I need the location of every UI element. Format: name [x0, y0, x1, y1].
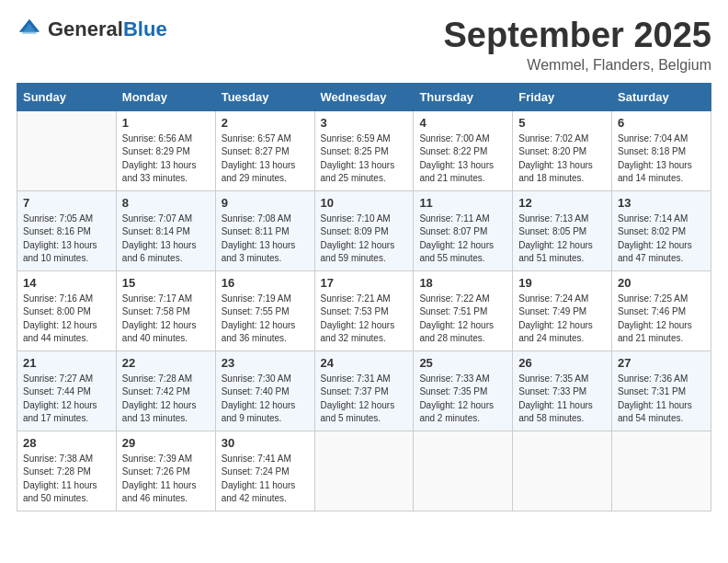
day-number: 14: [23, 276, 110, 290]
calendar-cell: 28Sunrise: 7:38 AMSunset: 7:28 PMDayligh…: [17, 431, 117, 511]
calendar-cell: 8Sunrise: 7:07 AMSunset: 8:14 PMDaylight…: [116, 190, 215, 270]
weekday-header: Friday: [513, 83, 612, 110]
day-info: Sunrise: 7:25 AMSunset: 7:46 PMDaylight:…: [618, 293, 705, 346]
day-info: Sunrise: 7:22 AMSunset: 7:51 PMDaylight:…: [419, 293, 506, 346]
day-info: Sunrise: 7:31 AMSunset: 7:37 PMDaylight:…: [321, 373, 408, 426]
day-info: Sunrise: 6:59 AMSunset: 8:25 PMDaylight:…: [321, 132, 408, 186]
logo-text-blue: Blue: [123, 19, 167, 40]
calendar-cell: 5Sunrise: 7:02 AMSunset: 8:20 PMDaylight…: [513, 110, 612, 190]
day-number: 17: [321, 276, 408, 290]
day-number: 16: [222, 276, 309, 290]
calendar-cell: 6Sunrise: 7:04 AMSunset: 8:18 PMDaylight…: [612, 110, 711, 190]
calendar-cell: 15Sunrise: 7:17 AMSunset: 7:58 PMDayligh…: [116, 270, 215, 350]
weekday-header: Monday: [116, 83, 215, 110]
calendar-cell: 17Sunrise: 7:21 AMSunset: 7:53 PMDayligh…: [314, 270, 414, 350]
day-info: Sunrise: 6:57 AMSunset: 8:27 PMDaylight:…: [222, 132, 309, 186]
day-number: 25: [419, 356, 506, 370]
day-info: Sunrise: 7:21 AMSunset: 7:53 PMDaylight:…: [321, 293, 408, 346]
page-header: GeneralBlue September 2025 Wemmel, Fland…: [17, 17, 711, 74]
day-info: Sunrise: 7:38 AMSunset: 7:28 PMDaylight:…: [23, 453, 110, 506]
day-number: 4: [419, 116, 506, 130]
day-info: Sunrise: 7:05 AMSunset: 8:16 PMDaylight:…: [23, 213, 110, 266]
month-title: September 2025: [444, 17, 712, 55]
day-info: Sunrise: 7:00 AMSunset: 8:22 PMDaylight:…: [419, 132, 506, 186]
day-info: Sunrise: 7:19 AMSunset: 7:55 PMDaylight:…: [222, 293, 309, 346]
weekday-header: Sunday: [17, 83, 117, 110]
calendar-cell: [513, 431, 612, 511]
day-number: 9: [222, 196, 309, 210]
calendar-cell: [414, 431, 513, 511]
week-row: 1Sunrise: 6:56 AMSunset: 8:29 PMDaylight…: [17, 110, 711, 190]
day-info: Sunrise: 7:13 AMSunset: 8:05 PMDaylight:…: [518, 213, 606, 266]
calendar-cell: 27Sunrise: 7:36 AMSunset: 7:31 PMDayligh…: [612, 350, 711, 431]
week-row: 21Sunrise: 7:27 AMSunset: 7:44 PMDayligh…: [17, 350, 711, 431]
logo-icon: [17, 17, 42, 42]
day-info: Sunrise: 7:24 AMSunset: 7:49 PMDaylight:…: [518, 293, 606, 346]
day-info: Sunrise: 7:02 AMSunset: 8:20 PMDaylight:…: [518, 132, 606, 186]
week-row: 28Sunrise: 7:38 AMSunset: 7:28 PMDayligh…: [17, 431, 711, 511]
day-number: 22: [122, 356, 210, 370]
location-title: Wemmel, Flanders, Belgium: [444, 57, 712, 74]
day-number: 20: [618, 276, 705, 290]
day-number: 21: [23, 356, 110, 370]
day-info: Sunrise: 7:07 AMSunset: 8:14 PMDaylight:…: [122, 213, 210, 266]
calendar-cell: 19Sunrise: 7:24 AMSunset: 7:49 PMDayligh…: [513, 270, 612, 350]
day-number: 28: [23, 436, 110, 450]
day-number: 27: [618, 356, 705, 370]
day-info: Sunrise: 7:11 AMSunset: 8:07 PMDaylight:…: [419, 213, 506, 266]
day-number: 8: [122, 196, 210, 210]
day-info: Sunrise: 6:56 AMSunset: 8:29 PMDaylight:…: [122, 132, 210, 186]
calendar-cell: 24Sunrise: 7:31 AMSunset: 7:37 PMDayligh…: [314, 350, 414, 431]
day-number: 19: [518, 276, 606, 290]
weekday-header: Thursday: [414, 83, 513, 110]
weekday-header: Saturday: [612, 83, 711, 110]
calendar-cell: 26Sunrise: 7:35 AMSunset: 7:33 PMDayligh…: [513, 350, 612, 431]
day-number: 15: [122, 276, 210, 290]
day-info: Sunrise: 7:39 AMSunset: 7:26 PMDaylight:…: [122, 453, 210, 506]
calendar-cell: [612, 431, 711, 511]
day-info: Sunrise: 7:35 AMSunset: 7:33 PMDaylight:…: [518, 373, 606, 426]
day-info: Sunrise: 7:28 AMSunset: 7:42 PMDaylight:…: [122, 373, 210, 426]
week-row: 7Sunrise: 7:05 AMSunset: 8:16 PMDaylight…: [17, 190, 711, 270]
logo: GeneralBlue: [17, 17, 167, 42]
day-info: Sunrise: 7:17 AMSunset: 7:58 PMDaylight:…: [122, 293, 210, 346]
day-info: Sunrise: 7:36 AMSunset: 7:31 PMDaylight:…: [618, 373, 705, 426]
day-number: 11: [419, 196, 506, 210]
calendar-cell: 12Sunrise: 7:13 AMSunset: 8:05 PMDayligh…: [513, 190, 612, 270]
calendar-cell: 30Sunrise: 7:41 AMSunset: 7:24 PMDayligh…: [215, 431, 314, 511]
day-number: 3: [321, 116, 408, 130]
day-number: 13: [618, 196, 705, 210]
calendar-cell: 14Sunrise: 7:16 AMSunset: 8:00 PMDayligh…: [17, 270, 117, 350]
day-number: 10: [321, 196, 408, 210]
calendar-cell: 29Sunrise: 7:39 AMSunset: 7:26 PMDayligh…: [116, 431, 215, 511]
day-number: 30: [222, 436, 309, 450]
day-number: 26: [518, 356, 606, 370]
calendar-cell: 4Sunrise: 7:00 AMSunset: 8:22 PMDaylight…: [414, 110, 513, 190]
calendar-cell: 13Sunrise: 7:14 AMSunset: 8:02 PMDayligh…: [612, 190, 711, 270]
week-row: 14Sunrise: 7:16 AMSunset: 8:00 PMDayligh…: [17, 270, 711, 350]
calendar-cell: 23Sunrise: 7:30 AMSunset: 7:40 PMDayligh…: [215, 350, 314, 431]
logo-text-general: General: [48, 19, 123, 40]
day-number: 29: [122, 436, 210, 450]
day-info: Sunrise: 7:04 AMSunset: 8:18 PMDaylight:…: [618, 132, 705, 186]
weekday-header: Wednesday: [314, 83, 414, 110]
day-number: 24: [321, 356, 408, 370]
calendar-cell: 22Sunrise: 7:28 AMSunset: 7:42 PMDayligh…: [116, 350, 215, 431]
calendar-cell: 1Sunrise: 6:56 AMSunset: 8:29 PMDaylight…: [116, 110, 215, 190]
calendar-cell: 20Sunrise: 7:25 AMSunset: 7:46 PMDayligh…: [612, 270, 711, 350]
day-number: 1: [122, 116, 210, 130]
day-number: 5: [518, 116, 606, 130]
day-info: Sunrise: 7:33 AMSunset: 7:35 PMDaylight:…: [419, 373, 506, 426]
day-number: 12: [518, 196, 606, 210]
day-info: Sunrise: 7:27 AMSunset: 7:44 PMDaylight:…: [23, 373, 110, 426]
calendar-cell: 7Sunrise: 7:05 AMSunset: 8:16 PMDaylight…: [17, 190, 117, 270]
day-number: 23: [222, 356, 309, 370]
day-number: 7: [23, 196, 110, 210]
calendar-cell: 2Sunrise: 6:57 AMSunset: 8:27 PMDaylight…: [215, 110, 314, 190]
title-block: September 2025 Wemmel, Flanders, Belgium: [444, 17, 712, 74]
weekday-header-row: SundayMondayTuesdayWednesdayThursdayFrid…: [17, 83, 711, 110]
calendar-cell: 11Sunrise: 7:11 AMSunset: 8:07 PMDayligh…: [414, 190, 513, 270]
day-info: Sunrise: 7:41 AMSunset: 7:24 PMDaylight:…: [222, 453, 309, 506]
day-info: Sunrise: 7:16 AMSunset: 8:00 PMDaylight:…: [23, 293, 110, 346]
calendar-cell: 9Sunrise: 7:08 AMSunset: 8:11 PMDaylight…: [215, 190, 314, 270]
